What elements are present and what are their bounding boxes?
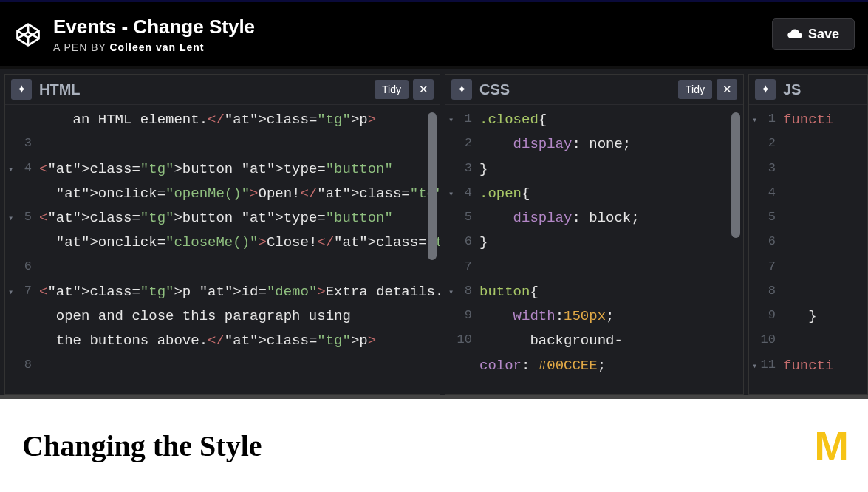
panel-html: ✦ HTML Tidy ✕ 345678 an HTML element.</"… [4,74,440,395]
pen-byline: A PEN BY Colleen van Lent [53,41,255,53]
js-code-body[interactable]: functi } functi [782,105,867,394]
html-editor[interactable]: 345678 an HTML element.</"at">class="tg"… [5,105,440,394]
gear-icon: ✦ [457,83,467,95]
panel-css-header: ✦ CSS Tidy ✕ [445,75,743,105]
panel-js: ✦ JS 1234567891011 functi } functi [748,74,868,395]
js-gutter: 1234567891011 [749,105,782,394]
panel-js-header: ✦ JS [749,75,867,105]
preview-pane: Changing the Style M [0,399,868,492]
close-icon: ✕ [722,83,732,95]
css-editor[interactable]: 12345678910 .closed{ display: none;}.ope… [445,105,743,394]
panel-close-button[interactable]: ✕ [413,79,434,100]
close-icon: ✕ [419,83,428,95]
michigan-logo: M [814,422,846,470]
editors-row: ✦ HTML Tidy ✕ 345678 an HTML element.</"… [0,66,868,399]
pen-by-prefix: A PEN BY [53,41,106,53]
top-bar: Events - Change Style A PEN BY Colleen v… [0,0,868,66]
panel-settings-button[interactable]: ✦ [11,79,32,100]
cloud-icon [787,27,802,42]
panel-js-label: JS [783,81,801,98]
css-code-body[interactable]: .closed{ display: none;}.open{ display: … [478,105,743,394]
pen-title[interactable]: Events - Change Style [53,16,255,38]
panel-settings-button[interactable]: ✦ [755,79,776,100]
scrollbar[interactable] [731,112,740,238]
html-code-body[interactable]: an HTML element.</"at">class="tg">p> <"a… [38,105,440,394]
tidy-button[interactable]: Tidy [375,80,409,99]
title-block: Events - Change Style A PEN BY Colleen v… [53,16,255,53]
panel-settings-button[interactable]: ✦ [451,79,472,100]
js-editor[interactable]: 1234567891011 functi } functi [749,105,867,394]
panel-html-label: HTML [39,81,81,98]
html-gutter: 345678 [5,105,38,394]
panel-css-label: CSS [479,81,510,98]
gear-icon: ✦ [17,83,27,95]
panel-html-header: ✦ HTML Tidy ✕ [5,75,440,105]
pen-author[interactable]: Colleen van Lent [109,41,204,53]
save-label: Save [808,27,839,42]
codepen-logo [13,20,43,49]
panel-css: ✦ CSS Tidy ✕ 12345678910 .closed{ displa… [445,74,744,395]
css-gutter: 12345678910 [445,105,478,394]
scrollbar[interactable] [428,112,437,260]
tidy-button[interactable]: Tidy [678,80,712,99]
gear-icon: ✦ [761,83,770,95]
preview-heading: Changing the Style [22,428,262,463]
save-button[interactable]: Save [772,18,855,50]
panel-close-button[interactable]: ✕ [717,79,737,100]
